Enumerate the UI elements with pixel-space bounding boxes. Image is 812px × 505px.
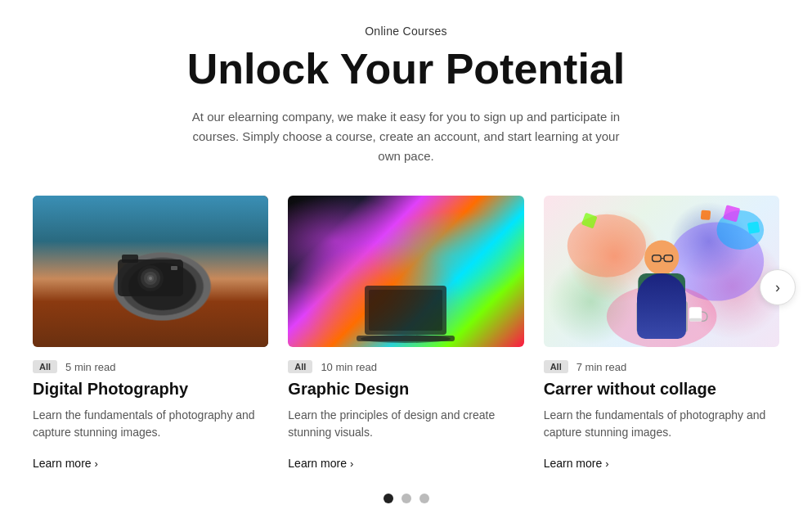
card-1-learn-more[interactable]: Learn more › [33, 457, 98, 470]
card-2-description: Learn the principles of design and creat… [288, 407, 523, 441]
svg-rect-1 [122, 255, 138, 263]
svg-point-20 [644, 241, 679, 275]
chevron-right-icon-3: › [605, 458, 608, 470]
card-3-learn-more[interactable]: Learn more › [544, 457, 609, 470]
card-3: All 7 min read Carrer without collage Le… [544, 196, 779, 471]
svg-rect-17 [747, 222, 760, 235]
card-image-3 [544, 196, 779, 347]
next-button[interactable]: › [760, 269, 796, 305]
card-2-readtime: 10 min read [321, 361, 377, 373]
card-2-title: Graphic Design [288, 380, 523, 399]
dot-3[interactable] [419, 494, 429, 503]
card-1: All 5 min read Digital Photography Learn… [33, 196, 268, 471]
dot-2[interactable] [402, 494, 411, 503]
card-image-1 [33, 196, 268, 347]
svg-point-24 [657, 310, 666, 320]
next-icon: › [775, 279, 780, 296]
svg-point-6 [149, 277, 152, 280]
card-3-title: Carrer without collage [544, 380, 779, 399]
card-1-description: Learn the fundamentals of photography an… [33, 407, 268, 441]
card-2: All 10 min read Graphic Design Learn the… [288, 196, 523, 471]
card-3-tag: All [544, 360, 568, 373]
person-illustration [544, 196, 779, 347]
camera-icon [114, 243, 187, 300]
page-subtitle: At our elearning company, we make it eas… [186, 107, 627, 166]
card-2-tag: All [288, 360, 312, 373]
page-wrapper: Online Courses Unlock Your Potential At … [0, 0, 812, 505]
svg-rect-19 [700, 210, 710, 220]
card-3-readtime: 7 min read [576, 361, 626, 373]
dots-container [33, 494, 779, 503]
card-1-tag: All [33, 360, 57, 373]
svg-rect-23 [640, 304, 684, 329]
chevron-right-icon: › [95, 458, 98, 470]
dot-1[interactable] [384, 494, 393, 503]
chevron-right-icon-2: › [350, 458, 353, 470]
card-2-learn-more[interactable]: Learn more › [288, 457, 353, 470]
svg-rect-29 [689, 318, 701, 322]
svg-rect-9 [369, 290, 442, 331]
svg-rect-7 [171, 266, 177, 270]
card-2-meta: All 10 min read [288, 360, 523, 373]
cards-container: All 5 min read Digital Photography Learn… [33, 196, 779, 471]
section-label: Online Courses [33, 25, 779, 38]
card-1-title: Digital Photography [33, 380, 268, 399]
header-section: Online Courses Unlock Your Potential At … [33, 25, 779, 166]
svg-rect-11 [357, 336, 455, 341]
svg-rect-22 [636, 301, 687, 332]
card-3-description: Learn the fundamentals of photography an… [544, 407, 779, 441]
card-image-2 [288, 196, 523, 347]
svg-rect-21 [638, 273, 685, 317]
svg-point-12 [567, 214, 645, 277]
card-3-meta: All 7 min read [544, 360, 779, 373]
carousel-section: All 5 min read Digital Photography Learn… [33, 196, 779, 471]
laptop-icon [352, 282, 459, 343]
card-1-readtime: 5 min read [65, 361, 115, 373]
card-1-meta: All 5 min read [33, 360, 268, 373]
page-title: Unlock Your Potential [33, 46, 779, 92]
